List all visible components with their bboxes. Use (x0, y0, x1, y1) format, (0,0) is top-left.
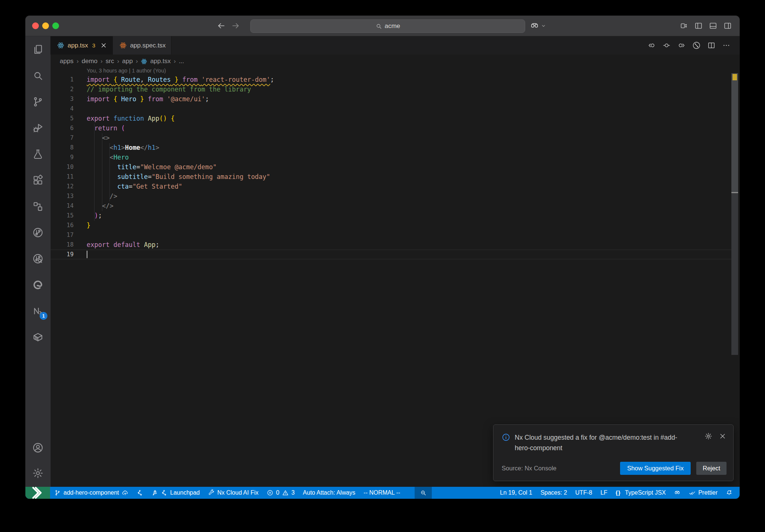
code-line-1[interactable]: 1import { Route, Routes } from 'react-ro… (50, 75, 740, 84)
code-line-17[interactable]: 17 (50, 230, 740, 240)
zoom-indicator[interactable] (415, 487, 432, 499)
history-forward-icon[interactable] (231, 21, 240, 30)
copilot-menu[interactable] (530, 21, 546, 31)
line-number[interactable]: 3 (50, 94, 74, 104)
code-line-14[interactable]: 14 </> (50, 201, 740, 211)
breadcrumb[interactable]: apps›demo›src›app›app.tsx›... (60, 55, 184, 68)
code-line-15[interactable]: 15 ); (50, 211, 740, 220)
nav-forward-icon[interactable] (677, 41, 686, 50)
line-number[interactable]: 10 (50, 162, 74, 172)
line-number[interactable]: 16 (50, 220, 74, 230)
breadcrumb-apps[interactable]: apps (60, 58, 74, 65)
tab-app.tsx[interactable]: app.tsx3 (50, 36, 113, 55)
activity-search[interactable] (25, 62, 50, 89)
line-number[interactable]: 17 (50, 230, 74, 240)
code-line-10[interactable]: 10 title="Welcmoe @acme/demo" (50, 162, 740, 172)
activity-edge-browser[interactable] (25, 272, 50, 298)
activity-project-graph[interactable] (25, 193, 50, 219)
line-number[interactable]: 18 (50, 240, 74, 250)
code-line-9[interactable]: 9 <Hero (50, 152, 740, 162)
code-line-5[interactable]: 5export function App() { (50, 114, 740, 123)
language-mode[interactable]: {}TypeScript JSX (611, 487, 670, 499)
cursor-position[interactable]: Ln 19, Col 1 (496, 487, 536, 499)
code-line-11[interactable]: 11 subtitle="Build something amazing tod… (50, 172, 740, 182)
line-number[interactable]: 2 (50, 84, 74, 94)
line-number[interactable]: 12 (50, 182, 74, 191)
remote-indicator[interactable] (25, 487, 50, 499)
code-line-4[interactable]: 4 (50, 104, 740, 114)
breadcrumb-src[interactable]: src (106, 58, 114, 65)
activity-run-and-debug[interactable] (25, 115, 50, 141)
line-number[interactable]: 5 (50, 114, 74, 123)
show-suggested-fix-button[interactable]: Show Suggested Fix (620, 462, 691, 475)
code-line-12[interactable]: 12 cta="Get Started" (50, 182, 740, 191)
branch-item[interactable]: add-hero-component (50, 487, 133, 499)
reject-button[interactable]: Reject (696, 462, 727, 475)
activity-source-control[interactable] (25, 89, 50, 115)
tab-close-icon[interactable] (100, 42, 107, 49)
breadcrumb-demo[interactable]: demo (82, 58, 98, 65)
line-number[interactable]: 13 (50, 191, 74, 201)
vim-mode[interactable]: -- NORMAL -- (359, 487, 404, 499)
more-actions-icon[interactable] (722, 41, 731, 50)
activity-commit-graph[interactable] (25, 219, 50, 245)
split-editor-icon[interactable] (707, 41, 716, 50)
notifications-bell[interactable] (722, 487, 737, 499)
activity-extensions[interactable] (25, 167, 50, 193)
code-line-16[interactable]: 16} (50, 220, 740, 230)
prettier[interactable]: Prettier (685, 487, 722, 499)
layout-customize-icon[interactable] (679, 21, 688, 30)
activity-nx-console[interactable]: 1 (25, 298, 50, 324)
line-number[interactable]: 15 (50, 211, 74, 220)
nav-location-icon[interactable] (662, 41, 671, 50)
breadcrumb-app[interactable]: app (122, 58, 133, 65)
notification-close-icon[interactable] (719, 432, 727, 440)
activity-gitlens-inspect[interactable] (25, 245, 50, 272)
layout-sidebar-left-icon[interactable] (694, 21, 703, 30)
problems-item[interactable]: 03 (263, 487, 299, 499)
line-number[interactable]: 11 (50, 172, 74, 182)
code-line-6[interactable]: 6 return ( (50, 123, 740, 133)
code-editor[interactable]: 1import { Route, Routes } from 'react-ro… (50, 75, 740, 259)
line-number[interactable]: 1 (50, 75, 74, 84)
code-line-7[interactable]: 7 <> (50, 133, 740, 143)
layout-sidebar-right-icon[interactable] (723, 21, 732, 30)
scrollbar-thumb-lower[interactable] (731, 193, 738, 355)
breadcrumb-symbol-more[interactable]: ... (179, 58, 184, 65)
nx-cloud-ai-fix[interactable]: Nx Cloud AI Fix (204, 487, 263, 499)
line-number[interactable]: 19 (50, 250, 74, 259)
encoding[interactable]: UTF-8 (571, 487, 596, 499)
activity-explorer[interactable] (25, 36, 50, 62)
tab-app.spec.tsx[interactable]: app.spec.tsx (113, 36, 171, 55)
eol[interactable]: LF (596, 487, 611, 499)
indentation[interactable]: Spaces: 2 (536, 487, 571, 499)
code-line-18[interactable]: 18export default App; (50, 240, 740, 250)
breadcrumb-file[interactable]: app.tsx (150, 58, 171, 65)
commit-graph-icon[interactable] (692, 41, 701, 50)
auto-attach[interactable]: Auto Attach: Always (299, 487, 360, 499)
launchpad-item[interactable]: Launchpad (148, 487, 204, 499)
history-back-icon[interactable] (217, 21, 226, 30)
code-line-2[interactable]: 2// importing the component from the lib… (50, 84, 740, 94)
code-line-3[interactable]: 3import { Hero } from '@acme/ui'; (50, 94, 740, 104)
activity-accounts[interactable] (25, 440, 50, 455)
source-control-graph[interactable] (133, 487, 148, 499)
command-center-search[interactable]: acme (250, 19, 525, 33)
activity-settings[interactable] (25, 466, 50, 480)
zoom-button[interactable] (52, 22, 59, 29)
close-button[interactable] (32, 22, 39, 29)
minimize-button[interactable] (42, 22, 49, 29)
notification-settings-gear-icon[interactable] (704, 432, 712, 440)
nav-back-icon[interactable] (647, 41, 656, 50)
line-number[interactable]: 8 (50, 143, 74, 152)
layout-panel-bottom-icon[interactable] (709, 21, 718, 30)
line-number[interactable]: 4 (50, 104, 74, 114)
line-number[interactable]: 14 (50, 201, 74, 211)
code-line-19[interactable]: 19 (50, 250, 740, 259)
activity-testing[interactable] (25, 141, 50, 167)
line-number[interactable]: 6 (50, 123, 74, 133)
activity-containers[interactable] (25, 324, 50, 350)
code-line-8[interactable]: 8 <h1>Home</h1> (50, 143, 740, 152)
line-number[interactable]: 7 (50, 133, 74, 143)
line-number[interactable]: 9 (50, 152, 74, 162)
